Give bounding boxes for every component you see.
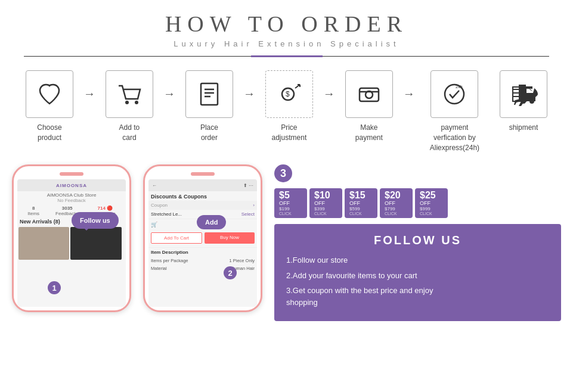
phone1-feedback: No Feedback bbox=[17, 198, 126, 203]
step3-badge: 3 bbox=[274, 164, 561, 182]
phone2-coupon-placeholder: Coupon bbox=[151, 203, 168, 208]
phone2-coupon-line: Coupon › bbox=[148, 201, 257, 210]
arrow-3: → bbox=[241, 87, 258, 101]
product-thumb-1 bbox=[18, 227, 69, 260]
step-shipment: shipment bbox=[492, 70, 555, 133]
coupon-3-click: CLICK bbox=[349, 211, 362, 216]
payment-verification-label: paymentverfication byAliexpress(24h) bbox=[430, 123, 479, 153]
arrow-1: → bbox=[81, 87, 98, 101]
svg-text:24h: 24h bbox=[456, 85, 463, 89]
svg-point-0 bbox=[125, 101, 129, 104]
step-price-adjustment: $ Priceadjustment bbox=[258, 70, 321, 143]
step-payment-verification: 24h paymentverfication byAliexpress(24h) bbox=[417, 70, 492, 153]
phone1-brand: AIMOONSA bbox=[17, 179, 126, 191]
follow-item-1: 1.Follow our store bbox=[286, 254, 549, 266]
choose-product-icon-box bbox=[26, 70, 73, 118]
coupon-1-click: CLICK bbox=[279, 211, 292, 216]
divider-accent bbox=[251, 55, 323, 57]
phone2-screen: ← ⬆ ⋯ Discounts & Coupons Coupon › Stret… bbox=[148, 179, 257, 307]
choose-product-label: Chooseproduct bbox=[37, 123, 61, 143]
coupon-3-amount: $15 bbox=[349, 191, 366, 200]
coupon-1-amount: $5 bbox=[279, 191, 290, 200]
phone2-coupon-arrow: › bbox=[253, 203, 255, 208]
coupon-4: $20 OFF $799 CLICK bbox=[380, 188, 413, 218]
divider-left bbox=[24, 56, 251, 57]
coupon-5-off: OFF bbox=[420, 200, 430, 206]
phone2-header: ← ⬆ ⋯ bbox=[148, 179, 257, 191]
svg-point-1 bbox=[135, 101, 138, 104]
coupon-2-amount: $10 bbox=[314, 191, 330, 200]
follow-bubble: Follow us bbox=[72, 212, 119, 229]
phone2-buttons: Add To Cart Buy Now bbox=[148, 229, 257, 247]
add-bubble: Add bbox=[197, 215, 226, 229]
arrow-2: → bbox=[161, 87, 178, 101]
desc-key-2: Material bbox=[151, 266, 167, 271]
phone1-store-label: AIMOONSA Club Store bbox=[17, 192, 126, 198]
step3-circle: 3 bbox=[274, 164, 292, 182]
make-payment-label: Makepayment bbox=[355, 123, 383, 143]
bottom-section: AIMOONSA AIMOONSA Club Store No Feedback… bbox=[0, 158, 573, 327]
add-to-card-label: Add tocard bbox=[119, 123, 140, 143]
follow-box-title: FOLLOW US bbox=[286, 234, 549, 247]
stat-items: 8Items bbox=[28, 206, 40, 216]
add-to-card-icon-box bbox=[106, 70, 153, 118]
price-adjustment-icon-box: $ bbox=[265, 70, 313, 118]
step-add-to-card: Add tocard bbox=[98, 70, 161, 143]
svg-rect-11 bbox=[360, 88, 379, 101]
phone2-desc-row-2: Material Human Hair bbox=[148, 265, 257, 272]
add-to-cart-button[interactable]: Add To Cart bbox=[151, 232, 202, 244]
coupon-3-off: OFF bbox=[349, 200, 360, 206]
steps-row: Chooseproduct → Add tocard → Placeorder … bbox=[0, 57, 573, 158]
coupon-4-click: CLICK bbox=[385, 211, 397, 216]
coupon-1-off: OFF bbox=[279, 200, 290, 206]
step-place-order: Placeorder bbox=[178, 70, 241, 143]
coupon-5-click: CLICK bbox=[420, 211, 432, 216]
payment-verification-icon-box: 24h bbox=[430, 70, 478, 118]
phone1-container: AIMOONSA AIMOONSA Club Store No Feedback… bbox=[12, 164, 131, 312]
phone2-desc-row-1: Items per Package 1 Piece Only bbox=[148, 257, 257, 265]
follow-item-3: 3.Get coupon with the best price and enj… bbox=[286, 285, 549, 308]
place-order-label: Placeorder bbox=[200, 123, 218, 143]
desc-key-1: Items per Package bbox=[151, 258, 188, 263]
coupon-2-off: OFF bbox=[314, 200, 325, 206]
coupon-4-amount: $20 bbox=[385, 191, 401, 200]
step-choose-product: Chooseproduct bbox=[18, 70, 81, 143]
svg-rect-2 bbox=[201, 83, 218, 105]
coupon-4-threshold: $799 bbox=[385, 206, 395, 211]
coupon-1-threshold: $199 bbox=[279, 206, 290, 211]
coupon-2: $10 OFF $399 CLICK bbox=[309, 188, 342, 218]
phone2-item-desc-title: Item Description bbox=[148, 247, 257, 257]
page-title: HOW TO ORDER bbox=[0, 11, 573, 37]
phone1-product-grid bbox=[17, 226, 126, 261]
phone2-stretched-label: Stretched Le... bbox=[151, 211, 182, 217]
arrow-4: → bbox=[321, 87, 337, 101]
shipment-icon-box bbox=[500, 70, 547, 118]
shipment-label: shipment bbox=[509, 123, 538, 133]
price-adjustment-label: Priceadjustment bbox=[272, 123, 307, 143]
phone1-mockup: AIMOONSA AIMOONSA Club Store No Feedback… bbox=[12, 164, 131, 312]
step-make-payment: Makepayment bbox=[337, 70, 401, 143]
page-subtitle: Luxury Hair Extension Specialist bbox=[0, 39, 573, 48]
buy-now-button[interactable]: Buy Now bbox=[205, 232, 255, 244]
phone2-mockup: ← ⬆ ⋯ Discounts & Coupons Coupon › Stret… bbox=[143, 164, 262, 312]
phone2-back: ← bbox=[152, 183, 157, 188]
coupon-2-threshold: $399 bbox=[314, 206, 325, 211]
coupon-4-off: OFF bbox=[385, 200, 395, 206]
divider-right bbox=[323, 56, 550, 57]
right-panel: 3 $5 OFF $199 CLICK $10 OFF $399 CLICK $… bbox=[274, 164, 561, 321]
header-section: HOW TO ORDER Luxury Hair Extension Speci… bbox=[0, 0, 573, 52]
arrow-5: → bbox=[401, 87, 417, 101]
phone2-icons: ⬆ ⋯ bbox=[243, 183, 253, 188]
coupon-row: $5 OFF $199 CLICK $10 OFF $399 CLICK $15… bbox=[274, 188, 561, 218]
coupon-5-amount: $25 bbox=[420, 191, 436, 200]
coupon-5-threshold: $999 bbox=[420, 206, 430, 211]
phone2-container: ← ⬆ ⋯ Discounts & Coupons Coupon › Stret… bbox=[143, 164, 262, 312]
coupon-2-click: CLICK bbox=[314, 211, 327, 216]
make-payment-icon-box bbox=[345, 70, 393, 118]
desc-val-1: 1 Piece Only bbox=[229, 258, 255, 263]
follow-us-box: FOLLOW US 1.Follow our store 2.Add your … bbox=[274, 224, 561, 321]
coupon-5: $25 OFF $999 CLICK bbox=[415, 188, 448, 218]
phone2-select: Select bbox=[241, 211, 255, 217]
place-order-icon-box bbox=[185, 70, 233, 118]
phone2-section-title: Discounts & Coupons bbox=[148, 191, 257, 201]
